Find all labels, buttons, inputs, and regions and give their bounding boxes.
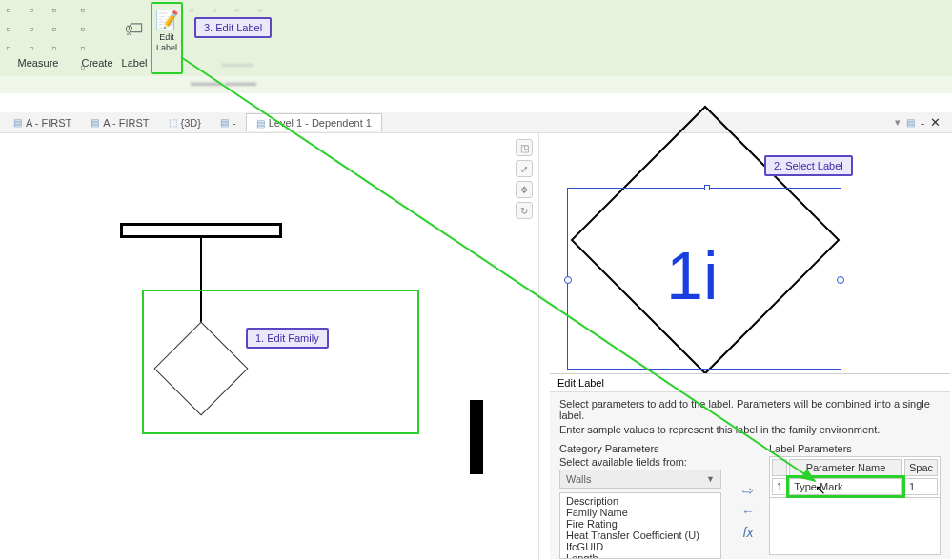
ribbon-caption: Label: [122, 57, 148, 70]
callout-1: 1. Edit Family: [246, 328, 329, 349]
nav-wheel-icon[interactable]: ◳: [516, 139, 533, 156]
fields-source-value: Walls: [566, 473, 591, 485]
doc-icon: ▤: [220, 117, 229, 128]
tag-icon: 🏷: [125, 18, 144, 40]
list-item[interactable]: Length: [564, 552, 717, 559]
callout-3: 3. Edit Label: [194, 17, 272, 38]
measure-tool-icon[interactable]: [48, 2, 69, 19]
mouse-cursor-icon: ↖: [815, 482, 826, 497]
list-item[interactable]: Heat Transfer Coefficient (U): [564, 530, 717, 541]
fields-from-label: Select available fields from:: [559, 456, 727, 468]
ribbon-group-edit-label: 📝 Edit Label: [151, 2, 183, 74]
doc-icon: ▤: [256, 118, 265, 129]
label-tool-button[interactable]: 🏷: [120, 2, 149, 55]
transfer-buttons: ⇨ ← fx: [737, 483, 760, 559]
label-params-table: Parameter Name Spac 1 Type Mark 1: [769, 456, 941, 498]
list-item[interactable]: Description: [564, 495, 717, 507]
pencil-label-icon: 📝: [155, 9, 179, 31]
edit-label-button[interactable]: 📝 Edit Label: [152, 4, 181, 57]
edit-label-caption-1: Edit: [159, 33, 174, 42]
list-item[interactable]: Family Name: [564, 507, 717, 518]
category-params-heading: Category Parameters: [559, 443, 727, 454]
nav-zoom-icon[interactable]: ⤢: [516, 160, 533, 177]
label-params-heading: Label Parameters: [769, 443, 941, 454]
tab-family[interactable]: -: [921, 117, 924, 129]
tab-dash[interactable]: ▤-: [211, 114, 246, 131]
overflow-icon[interactable]: ▾: [895, 116, 901, 129]
cell-space[interactable]: 1: [904, 478, 938, 495]
edit-label-caption-2: Label: [156, 44, 177, 52]
measure-tool-icon[interactable]: [25, 2, 46, 19]
cell-param-name[interactable]: Type Mark: [789, 478, 902, 495]
ribbon-group-label: 🏷 Label: [120, 2, 149, 70]
table-empty-area: [769, 498, 941, 555]
create-tool-icon[interactable]: [76, 59, 97, 76]
create-tool-icon[interactable]: [76, 2, 97, 19]
document-tab-bar: ▤A - FIRST ▤A - FIRST ⬚{3D} ▤- ▤Level 1 …: [0, 112, 952, 133]
measure-tool-icon[interactable]: [25, 40, 46, 57]
tab-level1[interactable]: ▤Level 1 - Dependent 1: [246, 113, 382, 131]
edit-label-dialog: Edit Label Select parameters to add to t…: [550, 373, 950, 559]
available-fields-list[interactable]: Description Family Name Fire Rating Heat…: [559, 492, 721, 559]
chevron-down-icon: ▼: [706, 474, 715, 484]
add-param-icon[interactable]: ⇨: [742, 483, 754, 498]
nav-pan-icon[interactable]: ✥: [516, 181, 533, 198]
nav-orbit-icon[interactable]: ↻: [516, 202, 533, 219]
ribbon: Measure Create 🏷 Label 📝 Edit Label ▬: [0, 0, 952, 76]
table-row[interactable]: 1 Type Mark 1: [772, 478, 938, 495]
ribbon-caption: Measure: [18, 57, 59, 70]
cube-icon: ⬚: [169, 117, 177, 128]
ribbon-group-create: Create: [76, 2, 118, 70]
measure-tool-icon[interactable]: [2, 40, 23, 57]
col-index: [772, 459, 787, 476]
doc-icon: ▤: [906, 117, 915, 128]
remove-param-icon[interactable]: ←: [741, 504, 755, 519]
measure-tool-icon[interactable]: [48, 40, 69, 57]
measure-tool-icon[interactable]: [25, 21, 46, 38]
measure-tool-icon[interactable]: [48, 21, 69, 38]
callout-2: 2. Select Label: [764, 155, 853, 176]
list-item[interactable]: IfcGUID: [564, 541, 717, 552]
dialog-desc-1: Select parameters to add to the label. P…: [559, 398, 941, 421]
fields-source-dropdown[interactable]: Walls ▼: [559, 470, 721, 489]
under-ribbon-strip: ▬▬▬ ▬▬▬: [0, 76, 952, 93]
tab-right-controls: ▾ ▤ - ✕: [895, 115, 948, 130]
create-tool-icon[interactable]: [76, 21, 97, 38]
tab-3d[interactable]: ⬚{3D}: [159, 114, 211, 131]
col-param-name[interactable]: Parameter Name: [789, 459, 902, 476]
tab-a-first-1[interactable]: ▤A - FIRST: [4, 114, 81, 131]
tab-a-first-2[interactable]: ▤A - FIRST: [81, 114, 158, 131]
blurred-text: ▬▬▬ ▬▬▬: [191, 76, 256, 88]
measure-tool-icon[interactable]: [2, 21, 23, 38]
col-space[interactable]: Spac: [904, 459, 938, 476]
cell-index: 1: [772, 478, 787, 495]
wall-segment: [470, 400, 483, 474]
dialog-desc-2: Enter sample values to represent this la…: [559, 424, 941, 435]
wall-tag-head: [120, 223, 282, 238]
dialog-title: Edit Label: [550, 374, 950, 392]
fx-icon[interactable]: fx: [743, 525, 754, 540]
measure-tool-icon[interactable]: [2, 2, 23, 19]
ribbon-caption: ▬▬▬: [222, 57, 253, 70]
navigation-bar: ◳ ⤢ ✥ ↻: [516, 139, 533, 330]
list-item[interactable]: Fire Rating: [564, 518, 717, 530]
ribbon-group-measure: Measure: [2, 2, 74, 70]
create-tool-icon[interactable]: [76, 40, 97, 57]
close-icon[interactable]: ✕: [930, 115, 941, 130]
label-text[interactable]: 1i: [666, 238, 718, 314]
doc-icon: ▤: [13, 117, 22, 128]
doc-icon: ▤: [91, 117, 99, 128]
